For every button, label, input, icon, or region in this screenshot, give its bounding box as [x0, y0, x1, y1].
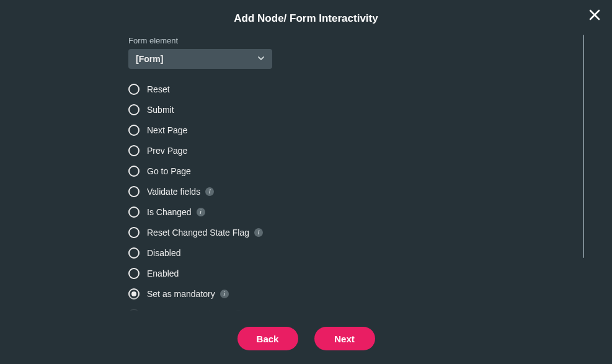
- close-button[interactable]: [587, 7, 602, 22]
- radio-icon: [128, 206, 140, 218]
- radio-option[interactable]: Go to Page: [128, 161, 578, 181]
- radio-option[interactable]: Prev Page: [128, 140, 578, 161]
- radio-icon: [128, 309, 140, 312]
- radio-icon: [128, 227, 140, 238]
- info-icon[interactable]: i: [205, 187, 214, 196]
- radio-option[interactable]: Disabled: [128, 242, 578, 263]
- radio-option-label: Is Changed: [147, 207, 192, 217]
- info-icon[interactable]: i: [220, 290, 229, 298]
- info-icon[interactable]: i: [234, 310, 243, 312]
- radio-option[interactable]: Enabled: [128, 263, 578, 283]
- radio-option-label: Set as mandatory: [147, 289, 215, 299]
- radio-icon: [128, 145, 140, 156]
- radio-option[interactable]: Reset Changed State Flagi: [128, 222, 578, 242]
- radio-icon: [128, 125, 140, 136]
- radio-option-label: Next Page: [147, 125, 187, 135]
- radio-option[interactable]: Submit: [128, 99, 578, 120]
- radio-option-label: Reset Changed State Flag: [147, 228, 249, 237]
- form-element-label: Form element: [128, 36, 578, 45]
- radio-option-list: ResetSubmitNext PagePrev PageGo to PageV…: [128, 79, 578, 311]
- close-icon: [588, 9, 601, 21]
- radio-option[interactable]: Reset: [128, 79, 578, 99]
- radio-option-label: Go to Page: [147, 166, 191, 176]
- radio-icon: [128, 84, 140, 95]
- radio-option-label: Validate fields: [147, 187, 200, 197]
- radio-option[interactable]: Set as not mandatoryi: [128, 304, 578, 311]
- back-button[interactable]: Back: [237, 327, 298, 350]
- info-icon[interactable]: i: [254, 228, 263, 237]
- info-icon[interactable]: i: [197, 208, 205, 216]
- radio-option[interactable]: Set as mandatoryi: [128, 283, 578, 304]
- radio-option[interactable]: Is Changedi: [128, 202, 578, 222]
- dialog-title: Add Node/ Form Interactivity: [0, 0, 612, 25]
- radio-icon: [128, 166, 140, 177]
- radio-option-label: Prev Page: [147, 146, 187, 156]
- chevron-down-icon: [257, 53, 265, 64]
- radio-option-label: Set as not mandatory: [147, 309, 229, 312]
- radio-icon: [128, 104, 140, 115]
- radio-option[interactable]: Validate fieldsi: [128, 181, 578, 202]
- scrollbar-track[interactable]: [583, 35, 584, 258]
- radio-icon: [128, 268, 140, 279]
- radio-icon: [128, 186, 140, 197]
- dialog-body: Form element [Form] ResetSubmitNext Page…: [128, 36, 578, 311]
- next-button[interactable]: Next: [314, 327, 375, 350]
- radio-icon: [128, 288, 140, 300]
- form-element-select[interactable]: [Form]: [128, 49, 272, 69]
- radio-option-label: Submit: [147, 105, 174, 115]
- form-element-select-value: [Form]: [136, 54, 163, 64]
- radio-option-label: Reset: [147, 84, 170, 94]
- radio-option[interactable]: Next Page: [128, 120, 578, 140]
- dialog-footer: Back Next: [0, 327, 612, 350]
- radio-option-label: Disabled: [147, 248, 180, 258]
- radio-icon: [128, 247, 140, 259]
- radio-option-label: Enabled: [147, 269, 179, 278]
